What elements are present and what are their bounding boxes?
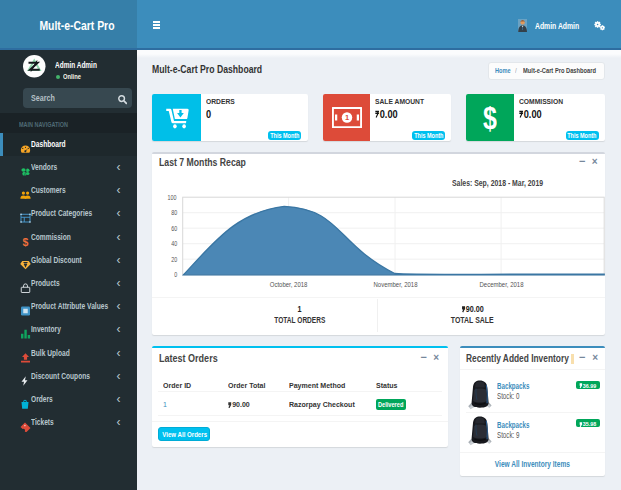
- svg-text:1: 1: [344, 113, 348, 122]
